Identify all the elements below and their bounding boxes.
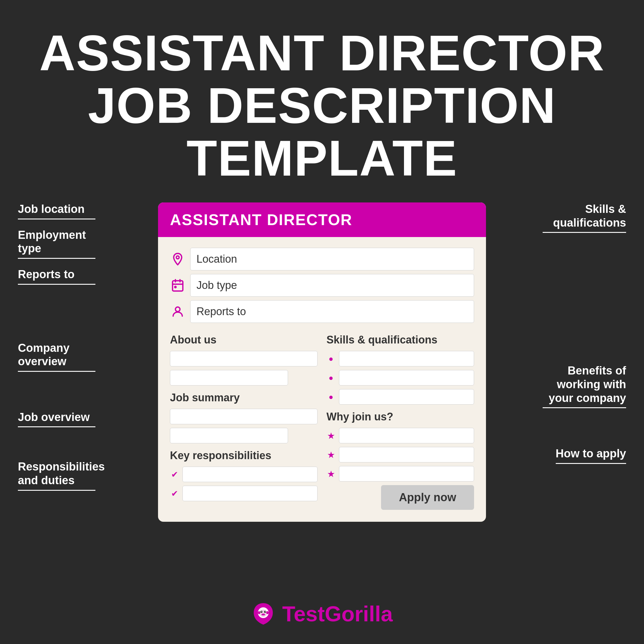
- key-resp-input-2[interactable]: [182, 486, 318, 501]
- star-icon-3: ★: [326, 469, 335, 479]
- why-join-item-1: ★: [326, 428, 474, 443]
- right-col: Skills & qualifications ● ● ● Why joi: [326, 334, 474, 510]
- label-benefits: Benefits of working with your company: [543, 364, 626, 408]
- footer: TestGorilla: [0, 602, 644, 626]
- skills-label: Skills & qualifications: [326, 334, 474, 346]
- job-summary-line-2[interactable]: [170, 428, 288, 443]
- footer-brand: TestGorilla: [282, 602, 393, 626]
- about-us-label: About us: [170, 334, 318, 346]
- star-icon-2: ★: [326, 450, 335, 460]
- location-field[interactable]: Location: [190, 248, 474, 270]
- skills-input-2[interactable]: [339, 370, 474, 386]
- svg-point-6: [175, 307, 180, 312]
- location-row: Location: [170, 248, 474, 270]
- skills-input-3[interactable]: [339, 389, 474, 405]
- calendar-icon: [170, 278, 185, 293]
- job-summary-line-1[interactable]: [170, 409, 318, 424]
- why-join-input-2[interactable]: [339, 447, 474, 462]
- two-col: About us Job summary Key responsibilitie…: [170, 334, 474, 510]
- svg-rect-1: [173, 281, 183, 291]
- apply-btn-row: Apply now: [326, 485, 474, 510]
- testgorilla-logo-icon: [251, 602, 275, 626]
- svg-point-5: [175, 287, 176, 288]
- left-col: About us Job summary Key responsibilitie…: [170, 334, 318, 510]
- form-header: ASSISTANT DIRECTOR: [158, 202, 486, 237]
- why-join-item-3: ★: [326, 466, 474, 482]
- why-join-label: Why join us?: [326, 411, 474, 423]
- label-company-overview: Company overview: [18, 341, 95, 372]
- job-summary-label: Job summary: [170, 391, 318, 404]
- right-labels: Skills & qualifications Benefits of work…: [543, 202, 626, 473]
- key-resp-label: Key responsibilities: [170, 449, 318, 462]
- skills-item-2: ●: [326, 370, 474, 386]
- content-area: Job location Employment type Reports to …: [0, 202, 644, 522]
- reports-to-field[interactable]: Reports to: [190, 300, 474, 323]
- why-join-input-3[interactable]: [339, 466, 474, 482]
- footer-brand-color: Test: [282, 602, 325, 626]
- circle-icon-1: ●: [326, 354, 335, 363]
- form-card: ASSISTANT DIRECTOR Location: [158, 202, 486, 522]
- label-job-overview: Job overview: [18, 411, 95, 428]
- location-icon: [170, 251, 185, 267]
- person-icon: [170, 304, 185, 319]
- svg-point-15: [266, 611, 269, 614]
- circle-icon-3: ●: [326, 392, 335, 402]
- label-job-location: Job location: [18, 202, 95, 219]
- form-header-title: ASSISTANT DIRECTOR: [170, 211, 474, 229]
- footer-brand-plain: Gorilla: [325, 602, 393, 626]
- svg-point-14: [258, 611, 260, 614]
- label-employment-type: Employment type: [18, 228, 95, 259]
- form-body: Location Job type: [158, 237, 486, 522]
- label-reports-to: Reports to: [18, 268, 95, 285]
- label-how-to-apply: How to apply: [556, 447, 626, 464]
- left-labels: Job location Employment type Reports to …: [18, 202, 95, 499]
- label-responsibilities: Responsibilities and duties: [18, 460, 95, 490]
- skills-item-3: ●: [326, 389, 474, 405]
- check-icon-2: ✔: [170, 489, 179, 499]
- why-join-item-2: ★: [326, 447, 474, 462]
- job-type-field[interactable]: Job type: [190, 274, 474, 297]
- skills-item-1: ●: [326, 351, 474, 366]
- key-resp-item-1: ✔: [170, 467, 318, 482]
- key-resp-input-1[interactable]: [182, 467, 318, 482]
- main-title: ASSISTANT DIRECTOR JOB DESCRIPTION TEMPL…: [30, 27, 614, 185]
- job-type-row: Job type: [170, 274, 474, 297]
- info-rows: Location Job type: [170, 248, 474, 323]
- reports-to-row: Reports to: [170, 300, 474, 323]
- svg-point-11: [261, 611, 262, 612]
- about-us-line-1[interactable]: [170, 351, 318, 366]
- circle-icon-2: ●: [326, 373, 335, 383]
- check-icon-1: ✔: [170, 470, 179, 479]
- label-skills-qualifications: Skills & qualifications: [543, 202, 626, 233]
- title-area: ASSISTANT DIRECTOR JOB DESCRIPTION TEMPL…: [0, 0, 644, 202]
- svg-point-0: [176, 256, 179, 259]
- why-join-input-1[interactable]: [339, 428, 474, 443]
- apply-now-button[interactable]: Apply now: [381, 485, 474, 510]
- star-icon-1: ★: [326, 431, 335, 441]
- svg-point-12: [265, 611, 265, 612]
- skills-input-1[interactable]: [339, 351, 474, 366]
- about-us-line-2[interactable]: [170, 370, 288, 386]
- key-resp-item-2: ✔: [170, 486, 318, 501]
